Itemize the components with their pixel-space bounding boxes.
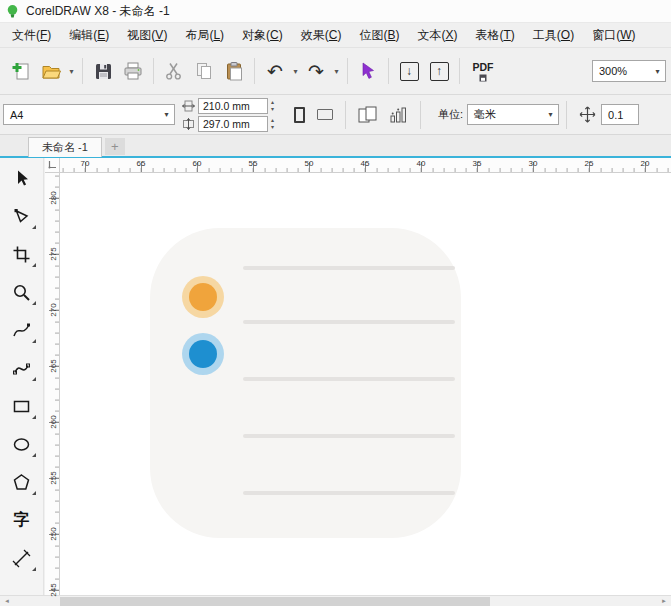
chevron-down-icon: ▾ xyxy=(650,67,665,76)
menu-item[interactable]: 表格(T) xyxy=(466,24,523,47)
freehand-tool-button[interactable] xyxy=(4,311,40,349)
landscape-button[interactable] xyxy=(312,101,338,129)
menu-item[interactable]: 文件(F) xyxy=(3,24,60,47)
open-folder-icon xyxy=(40,60,62,82)
ruler-number: 265 xyxy=(47,359,59,374)
ruler-number: 60 xyxy=(193,159,202,168)
portrait-icon xyxy=(294,107,305,123)
export-button[interactable]: ↑ xyxy=(424,56,454,86)
scroll-left-arrow[interactable]: ◄ xyxy=(1,596,13,606)
dimension-tool-icon xyxy=(12,549,31,568)
zoom-level-select[interactable]: 300% ▾ xyxy=(592,60,666,82)
save-icon xyxy=(93,61,114,82)
drawn-list-line[interactable] xyxy=(243,491,455,495)
drawn-app-icon[interactable] xyxy=(150,228,461,538)
menu-item[interactable]: 对象(C) xyxy=(233,24,292,47)
zoom-tool-button[interactable] xyxy=(4,273,40,311)
nudge-value: 0.1 xyxy=(608,109,623,121)
scroll-right-arrow[interactable]: ► xyxy=(658,596,670,606)
menu-item[interactable]: 效果(C) xyxy=(292,24,351,47)
pdf-disk-icon xyxy=(479,74,487,82)
menu-item[interactable]: 窗口(W) xyxy=(583,24,644,47)
page-height-input[interactable]: 297.0 mm xyxy=(198,116,268,132)
text-tool-button[interactable]: 字 xyxy=(4,501,40,539)
width-spinner[interactable]: ▴▾ xyxy=(271,99,274,112)
paste-button[interactable] xyxy=(219,56,249,86)
rectangle-tool-button[interactable] xyxy=(4,387,40,425)
ruler-number: 250 xyxy=(47,527,59,542)
menu-item[interactable]: 编辑(E) xyxy=(60,24,118,47)
page-width-input[interactable]: 210.0 mm xyxy=(198,98,268,114)
open-button[interactable] xyxy=(36,56,66,86)
height-spinner[interactable]: ▴▾ xyxy=(271,117,274,130)
drawn-orange-bullet[interactable] xyxy=(189,283,217,311)
scrollbar-thumb[interactable] xyxy=(60,597,490,606)
apply-size-to-all-pages-button[interactable] xyxy=(353,101,383,129)
ruler-number: 245 xyxy=(47,583,59,598)
open-dropdown-arrow[interactable]: ▾ xyxy=(66,56,77,86)
pointer-arrow-icon xyxy=(358,61,378,81)
print-button[interactable] xyxy=(118,56,148,86)
canvas-area[interactable] xyxy=(60,173,671,595)
shape-tool-button[interactable] xyxy=(4,197,40,235)
zoom-tool-icon xyxy=(12,283,31,302)
drawn-blue-bullet[interactable] xyxy=(189,340,217,368)
undo-icon: ↶ xyxy=(267,62,283,81)
new-document-button[interactable] xyxy=(6,56,36,86)
undo-dropdown-arrow[interactable]: ▾ xyxy=(290,56,301,86)
drawn-list-line[interactable] xyxy=(243,266,455,270)
portrait-button[interactable] xyxy=(286,101,312,129)
ruler-number: 50 xyxy=(305,159,314,168)
redo-dropdown-arrow[interactable]: ▾ xyxy=(331,56,342,86)
horizontal-ruler[interactable]: 7065605550454035302520 xyxy=(60,158,671,173)
bezier-tool-button[interactable] xyxy=(4,349,40,387)
menu-item[interactable]: 视图(V) xyxy=(118,24,176,47)
new-tab-button[interactable]: + xyxy=(105,138,125,155)
ellipse-tool-button[interactable] xyxy=(4,425,40,463)
menu-item[interactable]: 布局(L) xyxy=(176,24,233,47)
units-label: 单位: xyxy=(438,107,463,122)
current-page-icon xyxy=(388,105,408,125)
rectangle-tool-icon xyxy=(12,397,31,416)
flyout-indicator xyxy=(32,567,36,571)
import-icon: ↓ xyxy=(400,62,419,81)
shape-tool-icon xyxy=(12,207,31,226)
ruler-number: 270 xyxy=(47,303,59,318)
nudge-offset-button xyxy=(576,101,598,129)
publish-to-pdf-button[interactable]: PDF xyxy=(465,54,501,88)
units-select[interactable]: 毫米 ▾ xyxy=(467,104,559,125)
ruler-origin[interactable] xyxy=(45,158,60,173)
new-document-icon xyxy=(10,60,32,82)
vertical-ruler[interactable]: 280275270265260255250245 xyxy=(45,173,60,595)
undo-button[interactable]: ↶ xyxy=(260,56,290,86)
drawn-list-line[interactable] xyxy=(243,377,455,381)
page-size-value: A4 xyxy=(10,109,23,121)
apply-size-to-current-page-button[interactable] xyxy=(383,101,413,129)
ruler-origin-icon xyxy=(47,160,57,170)
copy-pages-icon xyxy=(194,61,214,81)
nudge-distance-input[interactable]: 0.1 xyxy=(601,104,639,125)
polygon-tool-button[interactable] xyxy=(4,463,40,501)
page-size-select[interactable]: A4 ▾ xyxy=(3,104,175,125)
drawn-orange-bullet-ring[interactable] xyxy=(182,276,224,318)
drawn-list-line[interactable] xyxy=(243,320,455,324)
document-tab-label: 未命名 -1 xyxy=(42,140,88,155)
document-tab[interactable]: 未命名 -1 xyxy=(28,137,102,157)
menu-item[interactable]: 文本(X) xyxy=(408,24,466,47)
menu-item[interactable]: 工具(O) xyxy=(524,24,583,47)
crop-tool-button[interactable] xyxy=(4,235,40,273)
redo-button[interactable]: ↷ xyxy=(301,56,331,86)
horizontal-scrollbar[interactable]: ◄ ► xyxy=(0,595,671,606)
toolbar-separator xyxy=(347,58,348,84)
welcome-pointer-button[interactable] xyxy=(353,56,383,86)
pick-tool-button[interactable] xyxy=(4,159,40,197)
drawn-blue-bullet-ring[interactable] xyxy=(182,333,224,375)
text-tool-icon: 字 xyxy=(14,510,30,531)
ruler-number: 55 xyxy=(249,159,258,168)
propbar-separator xyxy=(345,101,346,129)
menu-item[interactable]: 位图(B) xyxy=(350,24,408,47)
import-button[interactable]: ↓ xyxy=(394,56,424,86)
dimension-tool-button[interactable] xyxy=(4,539,40,577)
save-button[interactable] xyxy=(88,56,118,86)
drawn-list-line[interactable] xyxy=(243,434,455,438)
